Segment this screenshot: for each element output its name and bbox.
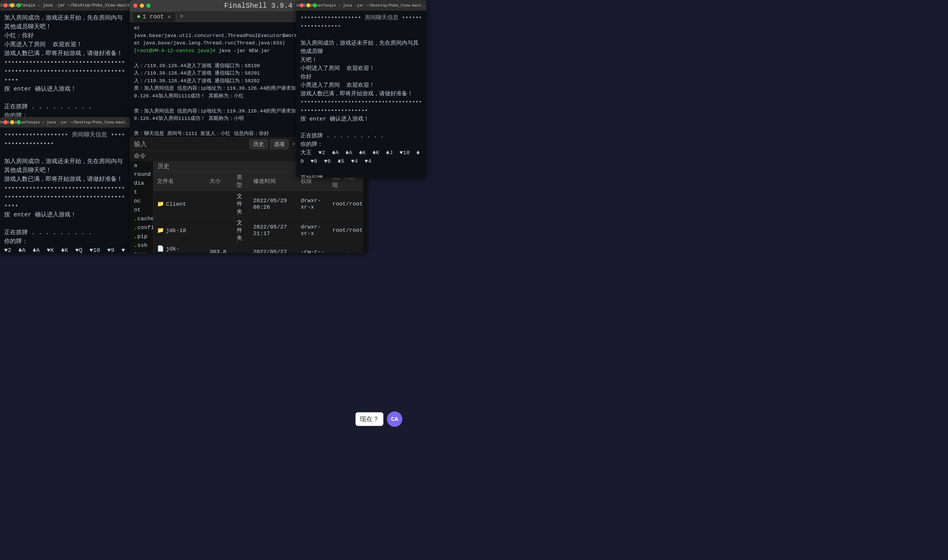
sidebar-item-t[interactable]: t xyxy=(130,188,153,197)
new-tab-button[interactable]: + xyxy=(177,12,186,20)
file-perm-jdk-linux: -rw-r--r-- xyxy=(297,244,329,253)
terminal-line: 开始玩牌 xyxy=(300,174,423,178)
minimize-button[interactable] xyxy=(10,3,14,8)
col-modified: 修改时间 xyxy=(250,172,297,191)
terminal-line: ••••••••••••••••••••••••••••••••••••••••… xyxy=(300,98,423,115)
sidebar-item-ssh[interactable]: .ssh xyxy=(130,241,153,250)
left-bottom-window: shoutoudelanfanqie — java -jar ~/Desktop… xyxy=(0,117,130,253)
file-name-jdk-linux: 📄jdk-18_linux-x64_... xyxy=(153,244,206,253)
lightning-icon[interactable]: ⚡ xyxy=(291,140,297,148)
file-modified-jdk-linux: 2022/05/27 21:10 xyxy=(250,244,297,253)
terminal-line: 正在抓牌 . . . . . . . . . xyxy=(4,102,126,111)
terminal-line: 按 enter 确认进入游戏！ xyxy=(4,85,126,94)
file-modified-jdk18: 2022/05/27 21:17 xyxy=(250,217,297,244)
cmd-label: 命令 xyxy=(134,152,146,160)
tab-root[interactable]: 1 root ✕ xyxy=(132,12,176,22)
sidebar-item-config[interactable]: .config xyxy=(130,223,153,232)
terminal-line xyxy=(4,148,126,157)
terminal-line xyxy=(300,123,423,132)
terminal-line xyxy=(4,219,126,228)
terminal-line: 正在抓牌 . . . . . . . . . xyxy=(4,228,126,237)
col-filename: 文件名 xyxy=(153,172,206,191)
close-button-2[interactable] xyxy=(3,120,8,124)
sidebar-item-round[interactable]: round xyxy=(130,170,153,179)
left-top-window: shoutoudelanfanqie — java -jar ~/Desktop… xyxy=(0,0,130,118)
left-top-titlebar: shoutoudelanfanqie — java -jar ~/Desktop… xyxy=(0,0,130,11)
maximize-button-right[interactable] xyxy=(313,3,317,8)
terminal-line: 小红：你好 xyxy=(4,31,126,40)
terminal-line: •••••••••••••••••• 房间聊天信息 ••••••••••••••… xyxy=(4,131,126,148)
file-owner-client: root/root xyxy=(329,191,367,217)
minimize-button-main[interactable] xyxy=(140,3,144,8)
minimize-button-2[interactable] xyxy=(10,120,14,124)
file-size-jdk-linux: 303.8 MB xyxy=(206,244,233,253)
fm-history-label: 历史 xyxy=(157,162,170,170)
terminal-line: 正在抓牌 . . . . . . . . . xyxy=(300,132,423,140)
terminal-content-2: •••••••••••••••••• 房间聊天信息 ••••••••••••••… xyxy=(0,128,130,253)
input-label: 输入 xyxy=(134,140,147,149)
maximize-button-2[interactable] xyxy=(17,120,21,124)
traffic-lights[interactable] xyxy=(3,3,21,8)
tab-close-icon[interactable]: ✕ xyxy=(167,13,171,20)
sidebar-item-dia[interactable]: dia xyxy=(130,179,153,188)
file-row-jdk18[interactable]: 📁jdk-18 文件夹 2022/05/27 21:17 drwxr-xr-x … xyxy=(153,217,367,244)
terminal-line: 你的牌： xyxy=(300,140,423,149)
terminal-line: 游戏人数已满，即将开始游戏，请做好准备！ xyxy=(4,49,126,58)
close-button-right[interactable] xyxy=(300,3,304,8)
avatar-initials: CA xyxy=(391,416,398,423)
history-button[interactable]: 历史 xyxy=(249,139,268,149)
options-button[interactable]: 选项 xyxy=(270,139,289,149)
terminal-line: 天吧！ xyxy=(300,56,423,65)
sidebar-item-cache[interactable]: .cache xyxy=(130,214,153,223)
sidebar-item-java[interactable]: java xyxy=(130,250,153,253)
file-row-jdk-linux[interactable]: 📄jdk-18_linux-x64_... 303.8 MB 2022/05/2… xyxy=(153,244,367,253)
avatar: CA xyxy=(387,411,402,427)
close-button-main[interactable] xyxy=(133,3,137,8)
sidebar-item-pip[interactable]: .pip xyxy=(130,232,153,241)
file-owner-jdk18: root/root xyxy=(329,217,367,244)
terminal-line: 加入房间成功，游戏还未开始，先在房间内与其他成员聊天吧！ xyxy=(4,157,126,175)
terminal-line xyxy=(300,165,423,174)
terminal-line xyxy=(300,31,423,39)
chat-bubble: 现在？ xyxy=(355,412,383,426)
file-row-client[interactable]: 📁Client 文件夹 2022/05/29 00:26 drwxr-xr-x … xyxy=(153,191,367,217)
sidebar-item-a[interactable]: a xyxy=(130,161,153,170)
tab-status-dot xyxy=(137,15,140,18)
file-owner-jdk-linux: root/root xyxy=(329,244,367,253)
terminal-line: 游戏人数已满，即将开始游戏，请做好准备！ xyxy=(300,90,423,98)
terminal-line: ♥2 ♣A ♣A ♥K ♣K ♥Q ♥10 ♥9 ♥5 ♥4 ♥3 ♥3 ♥3 xyxy=(4,246,126,253)
terminal-line: •••••••••••••••••• 房间聊天信息 ••••••••••••••… xyxy=(300,14,423,31)
file-name-client: 📁Client xyxy=(153,191,206,217)
traffic-lights-right[interactable] xyxy=(300,3,317,8)
file-perm-client: drwxr-xr-x xyxy=(297,191,329,217)
file-modified-client: 2022/05/29 00:26 xyxy=(250,191,297,217)
fm-sidebar: a round dia t oc ot .cache .config .pip … xyxy=(130,161,153,253)
file-size-jdk18 xyxy=(206,217,233,244)
terminal-line: ••••••••••••••••••••••••••••••••••••••••… xyxy=(4,184,126,211)
left-bottom-titlebar: shoutoudelanfanqie — java -jar ~/Desktop… xyxy=(0,117,130,128)
maximize-button[interactable] xyxy=(17,3,21,8)
terminal-line: 你好 xyxy=(300,73,423,82)
file-type-jdk-linux xyxy=(233,244,249,253)
terminal-line: 按 enter 确认进入游戏！ xyxy=(4,211,126,219)
terminal-line: 加入房间成功，游戏还未开始，先在房间内与其他成员聊 xyxy=(300,39,423,56)
right-terminal-content: •••••••••••••••••• 房间聊天信息 ••••••••••••••… xyxy=(296,11,427,178)
close-button[interactable] xyxy=(3,3,8,8)
file-name-jdk18: 📁jdk-18 xyxy=(153,217,206,244)
maximize-button-main[interactable] xyxy=(146,3,150,8)
terminal-line: 按 enter 确认进入游戏！ xyxy=(300,115,423,123)
sidebar-item-oc[interactable]: oc xyxy=(130,197,153,205)
command-input[interactable] xyxy=(150,141,247,148)
chat-area: 现在？ CA xyxy=(355,411,402,427)
file-size-client xyxy=(206,191,233,217)
traffic-lights-2[interactable] xyxy=(3,120,21,124)
terminal-content: 加入房间成功，游戏还未开始，先在房间内与其他成员聊天吧！ 小红：你好 小黑进入了… xyxy=(0,11,130,118)
sidebar-item-ot[interactable]: ot xyxy=(130,205,153,214)
traffic-lights-main[interactable] xyxy=(133,3,150,8)
file-type-client: 文件夹 xyxy=(233,191,249,217)
file-perm-jdk18: drwxr-xr-x xyxy=(297,217,329,244)
terminal-line: 游戏人数已满，即将开始游戏，请做好准备！ xyxy=(4,175,126,184)
minimize-button-right[interactable] xyxy=(306,3,310,8)
terminal-line: 你的牌： xyxy=(4,237,126,246)
right-window: shoutoudelanfanqie — java -jar ~/Desktop… xyxy=(296,0,427,178)
